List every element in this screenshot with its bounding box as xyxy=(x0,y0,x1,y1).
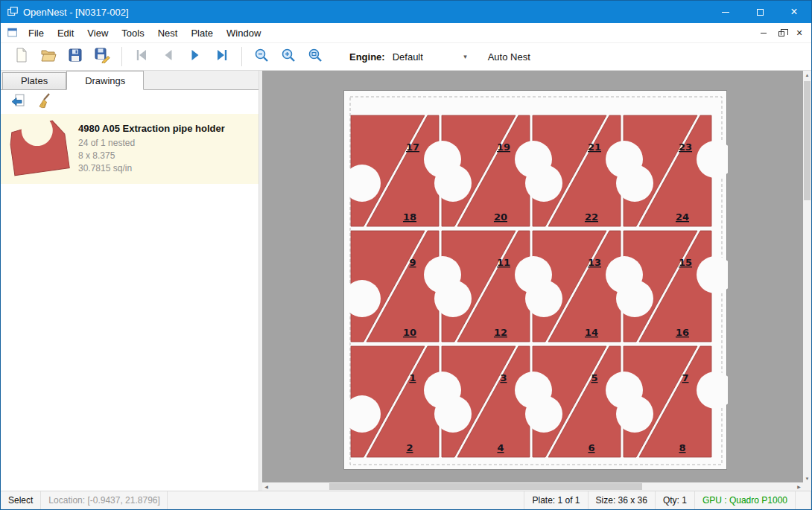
part-number-label[interactable]: 14 xyxy=(585,327,598,338)
part-number-label[interactable]: 16 xyxy=(676,327,689,338)
status-size: Size: 36 x 36 xyxy=(588,491,655,509)
part-circular-cutout xyxy=(434,280,472,317)
tab-plates[interactable]: Plates xyxy=(2,72,66,89)
part-number-label[interactable]: 15 xyxy=(679,257,692,268)
mdi-minimize-button[interactable] xyxy=(756,25,771,40)
menu-view[interactable]: View xyxy=(80,25,115,42)
nav-prev-icon xyxy=(160,47,177,66)
broom-icon xyxy=(36,92,52,112)
resize-grip[interactable] xyxy=(795,491,811,509)
minimize-button[interactable] xyxy=(708,1,743,23)
scroll-right-icon[interactable]: ▶ xyxy=(795,482,803,491)
part-number-label[interactable]: 6 xyxy=(588,442,594,453)
part-thumbnail xyxy=(7,118,71,179)
drawing-item-nested: 24 of 1 nested xyxy=(78,137,225,150)
close-button[interactable]: × xyxy=(777,1,811,23)
part-number-label[interactable]: 24 xyxy=(676,211,689,223)
part-circular-cutout xyxy=(344,395,381,433)
part-number-label[interactable]: 4 xyxy=(497,442,504,453)
statusbar: Select Location: [-0.9437, 21.8796] Plat… xyxy=(1,491,811,509)
auto-nest-button[interactable]: Auto Nest xyxy=(482,48,536,66)
part-number-label[interactable]: 10 xyxy=(403,327,416,338)
menu-plate[interactable]: Plate xyxy=(184,25,220,42)
main-area: Plates Drawings xyxy=(1,71,811,491)
engine-selected-value: Default xyxy=(393,51,463,63)
scroll-left-icon[interactable]: ◀ xyxy=(262,482,270,491)
part-number-label[interactable]: 13 xyxy=(588,257,601,268)
part-number-label[interactable]: 5 xyxy=(591,372,597,383)
part-number-label[interactable]: 21 xyxy=(588,141,601,153)
import-drawing-button[interactable] xyxy=(7,92,28,112)
part-number-label[interactable]: 12 xyxy=(494,327,507,338)
mdi-close-button[interactable]: × xyxy=(792,25,807,40)
nav-prev-button[interactable] xyxy=(155,45,182,68)
part-circular-cutout xyxy=(525,165,562,202)
nav-first-button[interactable] xyxy=(128,45,155,68)
part-number-label[interactable]: 9 xyxy=(409,257,416,268)
clear-broom-button[interactable] xyxy=(34,92,54,112)
drawing-list-item[interactable]: 4980 A05 Extraction pipe holder 24 of 1 … xyxy=(1,114,258,184)
nav-last-icon xyxy=(214,47,230,66)
toolbar: Engine: Default ▾ Auto Nest xyxy=(1,42,811,71)
minimize-icon xyxy=(722,12,729,13)
part-number-label[interactable]: 19 xyxy=(497,141,510,153)
tabstrip: Plates Drawings xyxy=(1,71,258,90)
new-button[interactable] xyxy=(8,45,35,68)
open-folder-icon xyxy=(40,47,57,66)
document-icon xyxy=(7,27,19,39)
part-circular-cutout xyxy=(525,395,562,433)
zoom-out-icon xyxy=(253,47,270,66)
menu-tools[interactable]: Tools xyxy=(115,25,150,42)
drawing-item-size: 8 x 8.375 xyxy=(78,150,225,162)
part-number-label[interactable]: 22 xyxy=(585,211,598,223)
part-number-label[interactable]: 23 xyxy=(679,141,692,153)
menu-file[interactable]: File xyxy=(22,25,51,42)
chevron-down-icon: ▾ xyxy=(463,53,467,60)
part-number-label[interactable]: 8 xyxy=(679,442,685,453)
plate-svg: 171819202122232491011121314151612345678 xyxy=(344,91,728,471)
engine-select[interactable]: Default ▾ xyxy=(390,48,470,66)
mdi-close-icon: × xyxy=(796,28,802,38)
status-spacer xyxy=(168,491,524,509)
part-circular-cutout xyxy=(616,280,653,317)
mdi-restore-button[interactable] xyxy=(774,25,789,40)
part-circular-cutout xyxy=(616,165,653,202)
save-button[interactable] xyxy=(62,45,89,68)
scroll-down-icon[interactable]: ▼ xyxy=(803,474,811,482)
status-plate: Plate: 1 of 1 xyxy=(524,491,587,509)
nav-next-button[interactable] xyxy=(182,45,209,68)
zoom-out-button[interactable] xyxy=(248,45,275,68)
save-as-icon xyxy=(94,47,110,66)
tab-drawings[interactable]: Drawings xyxy=(66,71,144,90)
scroll-up-icon[interactable]: ▲ xyxy=(803,71,811,79)
drawing-item-area: 30.7815 sq/in xyxy=(78,162,225,175)
open-button[interactable] xyxy=(35,45,62,68)
part-number-label[interactable]: 7 xyxy=(682,372,688,383)
vertical-scrollbar[interactable]: ▲ ▼ xyxy=(803,71,811,482)
zoom-fit-button[interactable] xyxy=(302,45,329,68)
menu-edit[interactable]: Edit xyxy=(51,25,80,42)
save-as-button[interactable] xyxy=(89,45,115,68)
part-number-label[interactable]: 18 xyxy=(403,211,416,223)
status-mode: Select xyxy=(1,491,41,509)
menu-window[interactable]: Window xyxy=(220,25,267,42)
part-number-label[interactable]: 1 xyxy=(409,372,416,383)
maximize-button[interactable] xyxy=(743,1,777,23)
nav-last-button[interactable] xyxy=(209,45,235,68)
horizontal-scrollbar-thumb[interactable] xyxy=(329,483,642,490)
scrollbar-corner xyxy=(803,482,811,491)
vertical-scrollbar-thumb[interactable] xyxy=(804,81,811,200)
status-location: Location: [-0.9437, 21.8796] xyxy=(41,491,168,509)
part-number-label[interactable]: 17 xyxy=(406,141,419,153)
nest-canvas[interactable]: 171819202122232491011121314151612345678 … xyxy=(262,71,811,491)
part-number-label[interactable]: 3 xyxy=(500,372,507,383)
part-number-label[interactable]: 20 xyxy=(494,211,507,223)
part-number-label[interactable]: 2 xyxy=(406,442,413,453)
part-number-label[interactable]: 11 xyxy=(497,257,510,268)
mdi-controls: × xyxy=(756,23,807,42)
close-icon: × xyxy=(790,6,797,18)
zoom-in-button[interactable] xyxy=(275,45,302,68)
menu-nest[interactable]: Nest xyxy=(151,25,185,42)
zoom-in-icon xyxy=(280,47,296,66)
horizontal-scrollbar[interactable]: ◀ ▶ xyxy=(262,482,803,491)
